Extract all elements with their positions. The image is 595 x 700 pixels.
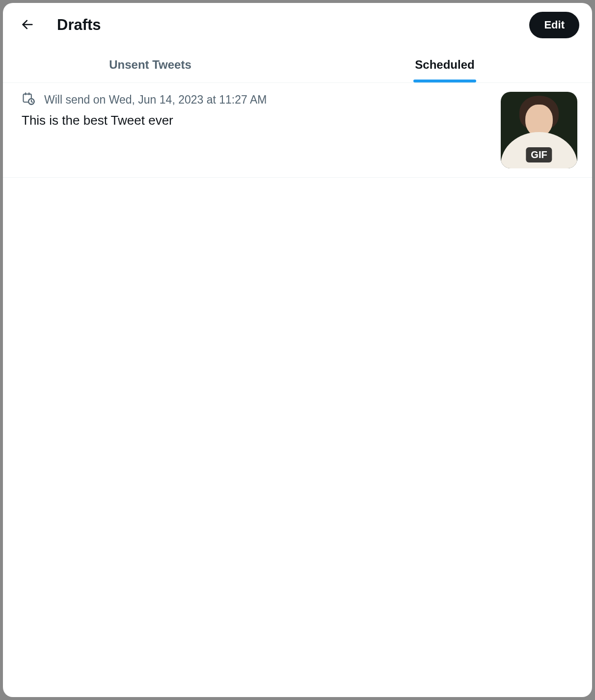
tab-unsent-tweets[interactable]: Unsent Tweets [3, 47, 298, 82]
scheduled-draft-item[interactable]: Will send on Wed, Jun 14, 2023 at 11:27 … [3, 83, 592, 178]
drafts-list: Will send on Wed, Jun 14, 2023 at 11:27 … [3, 83, 592, 697]
schedule-info-row: Will send on Wed, Jun 14, 2023 at 11:27 … [22, 92, 492, 108]
media-thumbnail: GIF [501, 92, 577, 168]
calendar-clock-icon [22, 92, 35, 108]
tabs: Unsent Tweets Scheduled [3, 47, 592, 83]
draft-content: Will send on Wed, Jun 14, 2023 at 11:27 … [22, 92, 492, 168]
page-title: Drafts [57, 16, 510, 34]
drafts-modal: Drafts Edit Unsent Tweets Scheduled [3, 3, 592, 697]
back-button[interactable] [18, 15, 37, 36]
schedule-time-text: Will send on Wed, Jun 14, 2023 at 11:27 … [44, 93, 267, 107]
gif-badge: GIF [526, 147, 552, 162]
edit-button[interactable]: Edit [529, 12, 579, 38]
arrow-left-icon [21, 18, 34, 33]
modal-header: Drafts Edit [3, 3, 592, 47]
draft-tweet-text: This is the best Tweet ever [22, 112, 492, 129]
tab-scheduled[interactable]: Scheduled [298, 47, 592, 82]
